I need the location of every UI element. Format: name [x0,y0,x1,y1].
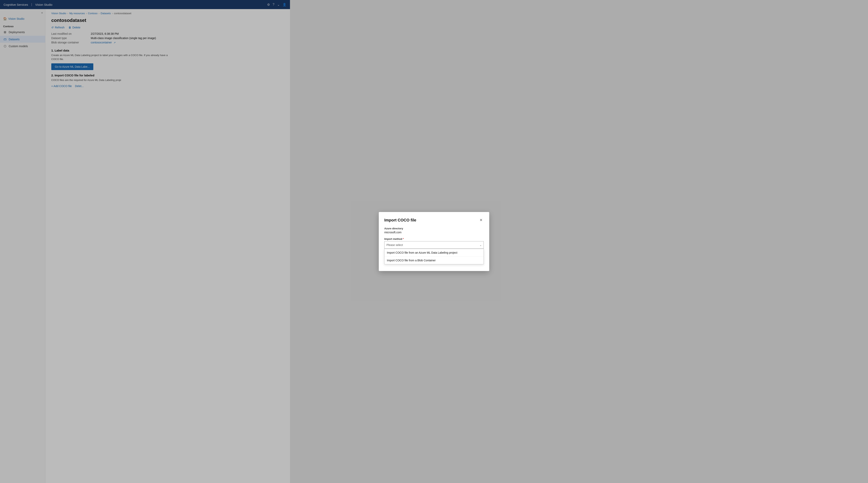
modal-overlay[interactable]: Import COCO file ✕ Azure directory micro… [0,0,290,483]
